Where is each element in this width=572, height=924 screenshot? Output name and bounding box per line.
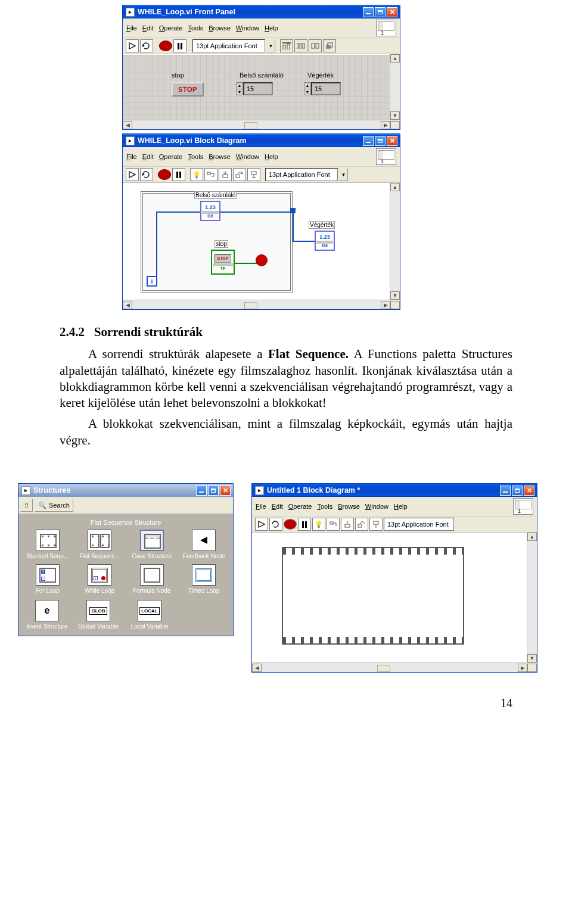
- window-titlebar[interactable]: ▸ Untitled 1 Block Diagram *: [252, 484, 537, 497]
- while-loop-icon[interactable]: i: [88, 564, 111, 586]
- close-button[interactable]: [524, 486, 534, 496]
- horizontal-scrollbar[interactable]: ◀▶: [252, 662, 537, 672]
- font-dropdown[interactable]: 13pt Application Font: [265, 168, 338, 181]
- maximize-button[interactable]: [375, 7, 386, 17]
- menu-tools[interactable]: Tools: [317, 503, 332, 510]
- menu-tools[interactable]: Tools: [188, 153, 203, 160]
- event-structure-icon[interactable]: e: [35, 600, 59, 621]
- vi-icon[interactable]: [513, 498, 533, 515]
- run-continuous-button[interactable]: [140, 39, 153, 52]
- horizontal-scrollbar[interactable]: ◀▶: [123, 300, 400, 309]
- minimize-button[interactable]: [196, 486, 207, 496]
- timed-loop-icon[interactable]: [192, 564, 216, 586]
- menu-edit[interactable]: Edit: [272, 503, 283, 510]
- menu-browse[interactable]: Browse: [209, 24, 231, 32]
- end-terminal[interactable]: 1.23 I16: [315, 231, 335, 251]
- minimize-button[interactable]: [500, 486, 511, 496]
- vertical-scrollbar[interactable]: ▲▼: [527, 533, 536, 662]
- spin-icon[interactable]: ▲▼: [304, 82, 311, 95]
- local-variable-icon[interactable]: LOCAL: [138, 600, 161, 621]
- run-button[interactable]: [126, 39, 139, 52]
- abort-button[interactable]: [284, 519, 297, 530]
- while-loop-structure[interactable]: Belsõ számláló 1.23 I16 i stop STOP TF: [141, 191, 293, 293]
- retain-wire-button[interactable]: [204, 168, 217, 181]
- menu-operate[interactable]: Operate: [159, 153, 183, 160]
- run-button[interactable]: [255, 518, 268, 531]
- menu-browse[interactable]: Browse: [209, 153, 231, 160]
- step-button[interactable]: [327, 518, 340, 531]
- maximize-button[interactable]: [512, 486, 523, 496]
- step-out-button[interactable]: [247, 168, 260, 181]
- step-out-button[interactable]: [369, 518, 383, 531]
- abort-button[interactable]: [158, 169, 171, 180]
- menu-help[interactable]: Help: [265, 153, 278, 160]
- menu-file[interactable]: File: [126, 24, 137, 32]
- minimize-button[interactable]: [363, 7, 374, 17]
- stop-terminal[interactable]: STOP TF: [211, 250, 235, 275]
- counter-indicator[interactable]: ▲▼ 15: [236, 82, 273, 95]
- pause-button[interactable]: [173, 39, 186, 52]
- menu-operate[interactable]: Operate: [159, 24, 183, 32]
- counter-terminal[interactable]: 1.23 I16: [200, 201, 220, 221]
- flat-sequence-structure[interactable]: [282, 547, 464, 645]
- menu-window[interactable]: Window: [236, 24, 259, 32]
- flat-sequence-icon[interactable]: [88, 530, 111, 551]
- close-button[interactable]: [387, 136, 397, 146]
- menu-edit[interactable]: Edit: [142, 24, 154, 32]
- palette-up-button[interactable]: ⇧: [20, 499, 33, 512]
- menu-browse[interactable]: Browse: [338, 503, 360, 510]
- feedback-node-icon[interactable]: [192, 530, 216, 551]
- pause-button[interactable]: [298, 518, 311, 531]
- menu-operate[interactable]: Operate: [288, 503, 312, 510]
- window-titlebar[interactable]: ▸ WHILE_Loop.vi Front Panel: [123, 5, 400, 18]
- loop-condition-terminal[interactable]: [256, 254, 268, 266]
- vertical-scrollbar[interactable]: ▲▼: [390, 54, 399, 120]
- menu-help[interactable]: Help: [394, 503, 408, 510]
- for-loop-icon[interactable]: Ni: [36, 564, 60, 586]
- font-dropdown[interactable]: 13pt Application Font: [192, 39, 265, 52]
- maximize-button[interactable]: [208, 486, 219, 496]
- step-over-button[interactable]: [355, 518, 368, 531]
- menu-tools[interactable]: Tools: [188, 24, 203, 32]
- stacked-sequence-icon[interactable]: [36, 530, 60, 551]
- menu-window[interactable]: Window: [365, 503, 388, 510]
- global-variable-icon[interactable]: GLOB: [86, 600, 110, 621]
- vertical-scrollbar[interactable]: ▲▼: [390, 183, 399, 300]
- reorder-button[interactable]: [323, 39, 336, 52]
- end-indicator[interactable]: ▲▼ 15: [304, 82, 341, 95]
- case-structure-icon[interactable]: ◀ ? ▶: [140, 530, 164, 551]
- vi-icon[interactable]: [376, 20, 396, 36]
- run-continuous-button[interactable]: [140, 168, 153, 181]
- menu-file[interactable]: File: [256, 503, 266, 510]
- resize-button[interactable]: [309, 39, 322, 52]
- align-button[interactable]: [280, 39, 293, 52]
- abort-button[interactable]: [159, 41, 172, 51]
- window-titlebar[interactable]: ▸ Structures: [18, 484, 233, 497]
- run-continuous-button[interactable]: [269, 518, 282, 531]
- stop-button[interactable]: STOP: [172, 82, 204, 97]
- palette-search-button[interactable]: 🔍 Search: [35, 499, 73, 512]
- horizontal-scrollbar[interactable]: ◀▶: [123, 120, 400, 129]
- pause-button[interactable]: [172, 168, 185, 181]
- vi-icon[interactable]: [376, 148, 396, 165]
- spin-icon[interactable]: ▲▼: [236, 82, 243, 95]
- font-dropdown[interactable]: 13pt Application Font: [384, 518, 454, 531]
- close-button[interactable]: [220, 486, 231, 496]
- step-into-button[interactable]: [341, 518, 354, 531]
- step-over-button[interactable]: [233, 168, 246, 181]
- step-into-button[interactable]: [219, 168, 232, 181]
- menu-file[interactable]: File: [126, 153, 137, 160]
- run-button[interactable]: [126, 168, 139, 181]
- menu-edit[interactable]: Edit: [142, 153, 154, 160]
- minimize-button[interactable]: [363, 136, 374, 146]
- font-dropdown-arrow[interactable]: ▼: [339, 168, 348, 181]
- distribute-button[interactable]: [294, 39, 307, 52]
- highlight-button[interactable]: 💡: [190, 168, 203, 181]
- close-button[interactable]: [387, 7, 397, 17]
- font-dropdown-arrow[interactable]: ▼: [266, 39, 275, 52]
- maximize-button[interactable]: [375, 136, 386, 146]
- menu-help[interactable]: Help: [265, 24, 278, 32]
- menu-window[interactable]: Window: [236, 153, 259, 160]
- window-titlebar[interactable]: ▸ WHILE_Loop.vi Block Diagram: [123, 134, 400, 147]
- highlight-button[interactable]: 💡: [312, 518, 325, 531]
